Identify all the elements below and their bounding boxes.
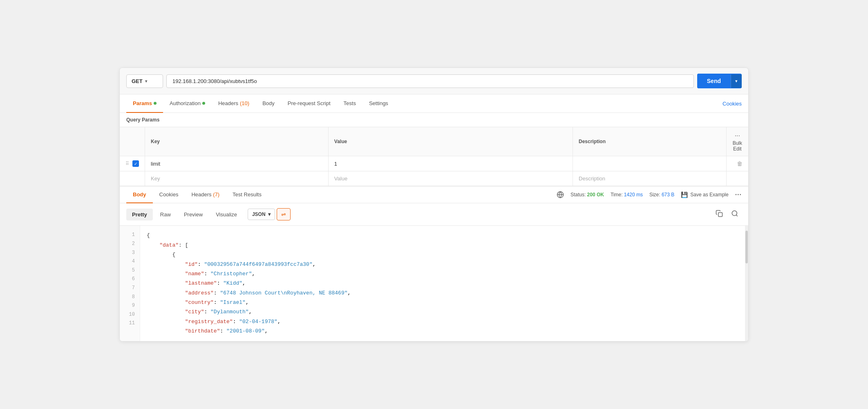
code-line-4: "id": "000329567a744f6497a843993fcc7a30"… [147,260,738,269]
svg-rect-2 [718,213,723,217]
line-num-10: 10 [120,310,140,319]
row-checkbox[interactable]: ✓ [132,160,139,167]
tab-body-label: Body [262,100,275,106]
tab-tests[interactable]: Tests [337,94,362,113]
line-num-8: 8 [120,293,140,302]
col-header-key: Key [145,127,329,156]
col-header-value: Value [328,127,573,156]
wrap-icon: ⇌ [281,211,286,218]
code-line-7: "address": "6748 Johnson Court\nRoyhaven… [147,288,738,298]
param-actions-cell: 🗑 [726,156,748,171]
tab-prerequest[interactable]: Pre-request Script [281,94,337,113]
empty-actions-cell [726,171,748,186]
content-type-chevron-icon: ▾ [268,211,271,217]
format-pretty-button[interactable]: Pretty [126,209,153,220]
code-line-8: "country": "Israel", [147,298,738,307]
response-meta: Status: 200 OK Time: 1420 ms Size: 673 B… [557,191,742,198]
col-header-actions: ··· Bulk Edit [726,127,748,156]
method-label: GET [132,78,143,84]
cookies-link[interactable]: Cookies [723,95,742,112]
tab-authorization-label: Authorization [170,100,201,106]
status-label: Status: 200 OK [570,192,604,198]
json-code-content: { "data": [ { "id": "000329567a744f6497a… [140,226,745,341]
svg-point-3 [732,211,737,216]
response-headers-count: (7) [213,191,219,198]
url-input[interactable] [166,74,694,88]
code-line-2: "data": [ [147,240,738,250]
line-num-7: 7 [120,284,140,293]
tab-settings[interactable]: Settings [362,94,395,113]
response-tab-testresults-label: Test Results [233,191,262,198]
response-tab-headers[interactable]: Headers (7) [185,187,226,203]
value-placeholder: Value [334,175,347,182]
save-example-button[interactable]: 💾 Save as Example [681,191,728,198]
save-example-label: Save as Example [690,192,728,198]
response-more-options-button[interactable]: ··· [735,191,742,198]
line-num-6: 6 [120,275,140,284]
main-container: GET ▾ Send ▾ Params Authorization Header… [119,67,749,341]
floppy-disk-icon: 💾 [681,191,688,198]
response-tab-testresults[interactable]: Test Results [226,187,268,203]
line-num-9: 9 [120,301,140,310]
tab-settings-label: Settings [369,100,388,106]
send-dropdown-button[interactable]: ▾ [731,74,742,88]
tab-authorization[interactable]: Authorization [163,94,212,113]
response-tab-cookies-label: Cookies [159,191,179,198]
tab-body[interactable]: Body [256,94,281,113]
checkmark-icon: ✓ [134,162,137,166]
delete-row-icon[interactable]: 🗑 [737,160,743,167]
format-preview-button[interactable]: Preview [178,209,208,220]
param-value-cell[interactable]: 1 [328,156,573,171]
status-value: 200 OK [587,192,604,198]
params-table: Key Value Description ··· Bulk Edit ⠿ ✓ [120,127,748,186]
code-line-9: "city": "Dylanmouth", [147,307,738,317]
key-placeholder: Key [151,175,160,182]
response-tab-body-label: Body [133,191,146,198]
response-tabs-row: Body Cookies Headers (7) Test Results St… [120,186,748,203]
tab-prerequest-label: Pre-request Script [288,100,331,106]
tab-params[interactable]: Params [126,94,163,113]
query-params-label: Query Params [120,113,748,127]
response-tab-cookies[interactable]: Cookies [153,187,185,203]
send-button[interactable]: Send [697,74,731,88]
format-visualize-button[interactable]: Visualize [210,209,243,220]
format-raw-button[interactable]: Raw [154,209,177,220]
empty-desc-cell[interactable]: Description [573,171,727,186]
content-type-label: JSON [252,211,266,217]
empty-value-cell[interactable]: Value [328,171,573,186]
tab-headers-count: (10) [240,100,249,106]
time-value: 1420 ms [624,192,643,198]
response-tab-body[interactable]: Body [126,187,153,203]
line-num-3: 3 [120,249,140,258]
copy-button[interactable] [712,207,726,221]
col-header-checkbox [120,127,145,156]
body-toolbar: Pretty Raw Preview Visualize JSON ▾ ⇌ [120,203,748,226]
col-header-description: Description [573,127,727,156]
search-button[interactable] [728,207,742,221]
search-icon [731,210,738,217]
code-line-3: { [147,250,738,259]
code-line-10: "registry_date": "02-04-1978", [147,317,738,326]
bulk-edit-button[interactable]: Bulk Edit [732,140,743,152]
table-row-empty: Key Value Description [120,171,748,186]
word-wrap-button[interactable]: ⇌ [277,208,291,220]
method-dropdown[interactable]: GET ▾ [126,74,163,88]
desc-placeholder: Description [579,175,605,182]
line-numbers: 1 2 3 4 5 6 7 8 9 10 11 [120,226,140,341]
content-type-dropdown[interactable]: JSON ▾ [248,209,275,220]
param-key-cell[interactable]: limit [145,156,329,171]
param-desc-cell[interactable] [573,156,727,171]
tab-headers-label: Headers [218,100,238,106]
line-num-11: 11 [120,319,140,328]
code-area: 1 2 3 4 5 6 7 8 9 10 11 { "data": [ { "i… [120,226,748,341]
tab-params-label: Params [133,100,152,106]
globe-icon [557,191,564,198]
request-tabs-row: Params Authorization Headers (10) Body P… [120,94,748,113]
tab-headers[interactable]: Headers (10) [212,94,256,113]
code-line-11: "birthdate": "2001-08-09", [147,326,738,336]
empty-key-cell[interactable]: Key [145,171,329,186]
empty-checkbox-cell [120,171,145,186]
more-options-button[interactable]: ··· [732,131,743,140]
scrollbar[interactable] [745,226,748,341]
code-line-6: "lastname": "Kidd", [147,279,738,288]
